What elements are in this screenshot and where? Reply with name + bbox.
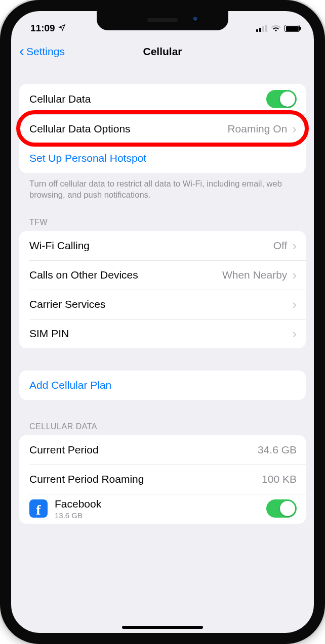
row-carrier-services[interactable]: Carrier Services › xyxy=(19,290,306,319)
app-name: Facebook xyxy=(55,498,266,510)
carrier-services-label: Carrier Services xyxy=(29,298,292,310)
roaming-value: 100 KB xyxy=(262,473,297,485)
calls-other-label: Calls on Other Devices xyxy=(29,269,222,281)
card-usage: Current Period 34.6 GB Current Period Ro… xyxy=(19,435,306,524)
status-right xyxy=(256,25,300,32)
cellular-options-label: Cellular Data Options xyxy=(29,123,227,135)
content[interactable]: Cellular Data Cellular Data Options Roam… xyxy=(11,66,314,633)
cellular-signal-icon xyxy=(256,25,267,32)
card-cellular: Cellular Data Cellular Data Options Roam… xyxy=(19,84,306,173)
status-left: 11:09 xyxy=(30,23,66,34)
app-data-toggle[interactable] xyxy=(266,499,297,518)
add-plan-label: Add Cellular Plan xyxy=(29,379,297,391)
row-calls-other-devices[interactable]: Calls on Other Devices When Nearby › xyxy=(19,260,306,290)
row-current-period-roaming[interactable]: Current Period Roaming 100 KB xyxy=(19,465,306,494)
facebook-app-icon: f xyxy=(29,499,48,518)
wifi-calling-label: Wi-Fi Calling xyxy=(29,240,273,252)
chevron-right-icon: › xyxy=(292,298,297,311)
current-period-label: Current Period xyxy=(29,444,258,456)
row-cellular-data[interactable]: Cellular Data xyxy=(19,84,306,114)
group-usage: CELLULAR DATA Current Period 34.6 GB Cur… xyxy=(19,422,306,524)
cellular-data-toggle[interactable] xyxy=(266,90,297,108)
cellular-footer-text: Turn off cellular data to restrict all d… xyxy=(19,173,306,201)
chevron-right-icon: › xyxy=(292,122,297,135)
roaming-label: Current Period Roaming xyxy=(29,473,262,485)
cellular-options-value: Roaming On xyxy=(227,123,287,135)
group-cellular: Cellular Data Cellular Data Options Roam… xyxy=(19,84,306,201)
row-setup-hotspot[interactable]: Set Up Personal Hotspot xyxy=(19,144,306,173)
chevron-right-icon: › xyxy=(292,239,297,252)
screen: 11:09 xyxy=(11,11,314,633)
row-sim-pin[interactable]: SIM PIN › xyxy=(19,319,306,348)
cellular-data-label: Cellular Data xyxy=(29,93,266,105)
chevron-left-icon: ‹ xyxy=(19,43,24,59)
battery-icon xyxy=(285,25,300,32)
row-wifi-calling[interactable]: Wi-Fi Calling Off › xyxy=(19,231,306,260)
chevron-right-icon: › xyxy=(292,327,297,340)
card-carrier: Wi-Fi Calling Off › Calls on Other Devic… xyxy=(19,231,306,348)
home-indicator[interactable] xyxy=(122,626,203,629)
location-icon xyxy=(58,23,66,34)
sim-pin-label: SIM PIN xyxy=(29,328,292,340)
wifi-icon xyxy=(271,25,281,32)
hotspot-label: Set Up Personal Hotspot xyxy=(29,152,297,164)
chevron-right-icon: › xyxy=(292,268,297,282)
notch xyxy=(97,11,228,30)
row-current-period[interactable]: Current Period 34.6 GB xyxy=(19,435,306,465)
row-add-cellular-plan[interactable]: Add Cellular Plan xyxy=(19,371,306,400)
row-app-facebook[interactable]: f Facebook 13.6 GB xyxy=(19,494,306,524)
nav-bar: ‹ Settings Cellular xyxy=(11,37,314,66)
back-button[interactable]: ‹ Settings xyxy=(19,45,65,59)
page-title: Cellular xyxy=(143,45,182,58)
card-add-plan: Add Cellular Plan xyxy=(19,371,306,400)
current-period-value: 34.6 GB xyxy=(258,444,297,456)
wifi-calling-value: Off xyxy=(273,240,288,252)
carrier-header: TFW xyxy=(19,218,306,231)
app-usage: 13.6 GB xyxy=(55,511,266,520)
phone-frame: 11:09 xyxy=(0,0,325,644)
calls-other-value: When Nearby xyxy=(222,269,287,281)
group-add-plan: Add Cellular Plan xyxy=(19,371,306,400)
back-label: Settings xyxy=(26,45,65,58)
group-carrier: TFW Wi-Fi Calling Off › Calls on Other D… xyxy=(19,218,306,348)
status-time: 11:09 xyxy=(30,23,55,34)
usage-header: CELLULAR DATA xyxy=(19,422,306,435)
row-cellular-data-options[interactable]: Cellular Data Options Roaming On › xyxy=(19,114,306,144)
